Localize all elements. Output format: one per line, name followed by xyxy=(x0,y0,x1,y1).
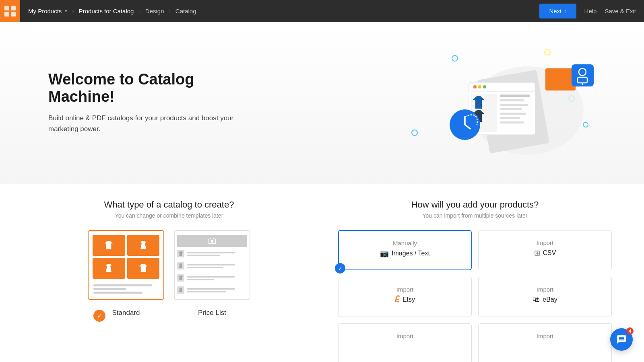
main-content: What type of a catalog to create? You ca… xyxy=(0,183,644,362)
table-icon: ⊞ xyxy=(534,249,540,257)
breadcrumb-chevron-3: › xyxy=(169,8,171,14)
product-card-manually-main: 📷 Images / Text xyxy=(380,249,430,258)
hero-subtitle: Build online & PDF catalogs for your pro… xyxy=(48,113,250,134)
nav-step-design[interactable]: Design xyxy=(145,8,164,14)
pricelist-line-3 xyxy=(187,264,235,265)
product-card-more2-top: Import xyxy=(537,333,554,339)
catalog-card-pricelist[interactable]: Price List xyxy=(174,230,250,317)
hero-illustration xyxy=(402,46,596,159)
pricelist-line-7 xyxy=(187,288,235,290)
pricelist-rowlines-4 xyxy=(187,288,247,292)
product-card-csv[interactable]: Import ⊞ CSV xyxy=(478,230,612,270)
product-card-etsy-main: Ē Etsy xyxy=(395,295,415,304)
product-card-manually-label: Images / Text xyxy=(392,250,430,257)
catalog-pricelist-label: Price List xyxy=(174,309,250,317)
product-card-more1-top: Import xyxy=(396,333,414,339)
pricelist-row-1 xyxy=(177,249,247,259)
pricelist-preview xyxy=(175,231,250,299)
pricelist-line-4 xyxy=(187,267,223,268)
catalog-grid-item-2 xyxy=(127,235,160,256)
catalog-grid-item-3 xyxy=(93,258,125,279)
logo[interactable] xyxy=(0,0,20,22)
catalog-label: Catalog xyxy=(175,8,196,14)
pricelist-line-1 xyxy=(187,252,235,253)
shirt-thumb-3 xyxy=(178,276,183,280)
product-card-manually-check: ✓ xyxy=(335,263,345,274)
catalog-grid-item-4 xyxy=(127,258,160,279)
svg-rect-8 xyxy=(545,68,576,90)
catalog-standard-lines xyxy=(93,283,159,295)
my-products-dropdown-icon[interactable]: ▾ xyxy=(65,8,67,14)
pricelist-row-2 xyxy=(177,261,247,271)
my-products-label: My Products xyxy=(28,8,62,14)
svg-rect-18 xyxy=(500,108,522,110)
product-add-subtitle: You can import from multiple sources lat… xyxy=(338,212,612,219)
svg-point-27 xyxy=(211,240,214,243)
hero-text: Welcome to Catalog Machine! Build online… xyxy=(48,71,250,134)
svg-rect-20 xyxy=(500,117,520,119)
svg-point-0 xyxy=(452,56,458,61)
nav-step-products-catalog[interactable]: Products for Catalog xyxy=(79,8,134,14)
product-card-more2[interactable]: Import xyxy=(478,323,612,362)
chat-button[interactable]: 4 xyxy=(610,328,633,351)
product-add-title: How will you add your products? xyxy=(338,200,612,210)
pricelist-thumb-2 xyxy=(177,262,184,269)
product-add-options: Manually 📷 Images / Text ✓ Import ⊞ CSV … xyxy=(338,230,612,362)
navigation: My Products ▾ › Products for Catalog › D… xyxy=(0,0,644,22)
catalog-type-section: What type of a catalog to create? You ca… xyxy=(32,200,306,362)
pricelist-line-5 xyxy=(187,276,235,278)
product-card-etsy-label: Etsy xyxy=(402,296,415,303)
catalog-grid-item-1 xyxy=(93,235,125,256)
pricelist-line-2 xyxy=(187,255,220,256)
catalog-card-standard-inner xyxy=(88,230,164,300)
product-card-csv-label: CSV xyxy=(543,249,556,257)
next-button[interactable]: Next › xyxy=(539,4,576,19)
product-card-ebay[interactable]: Import 🛍 eBay xyxy=(478,277,612,317)
hero-title: Welcome to Catalog Machine! xyxy=(48,71,250,105)
dress-icon-1 xyxy=(139,241,148,250)
svg-rect-15 xyxy=(500,95,530,97)
chat-badge: 4 xyxy=(626,327,634,335)
breadcrumb-chevron-1: › xyxy=(72,8,74,14)
svg-rect-19 xyxy=(500,113,526,115)
catalog-card-standard[interactable]: ✓ Standard xyxy=(88,230,164,317)
nav-step-my-products[interactable]: My Products ▾ xyxy=(28,8,67,14)
svg-point-2 xyxy=(412,130,417,136)
product-card-more1[interactable]: Import xyxy=(338,323,472,362)
catalog-card-pricelist-inner xyxy=(174,230,250,300)
shirt-thumb-1 xyxy=(178,251,183,256)
svg-point-5 xyxy=(545,49,550,55)
chat-icon xyxy=(616,334,627,345)
nav-step-catalog[interactable]: Catalog xyxy=(175,8,196,14)
product-card-csv-main: ⊞ CSV xyxy=(534,249,556,257)
pricelist-thumb-4 xyxy=(177,286,184,294)
design-label: Design xyxy=(145,8,164,14)
catalog-type-subtitle: You can change or combine templates late… xyxy=(32,212,306,219)
catalog-standard-grid xyxy=(93,235,159,279)
pricelist-line-6 xyxy=(187,279,214,280)
pricelist-line-8 xyxy=(187,291,226,292)
camera-icon: 📷 xyxy=(380,249,389,258)
dress-thumb-4 xyxy=(178,288,183,292)
product-card-manually-top: Manually xyxy=(393,240,417,247)
pricelist-row-4 xyxy=(177,285,247,295)
product-card-etsy[interactable]: Import Ē Etsy xyxy=(338,277,472,317)
line-2 xyxy=(93,288,126,290)
products-catalog-label: Products for Catalog xyxy=(79,8,134,14)
line-3 xyxy=(93,292,142,294)
breadcrumb-chevron-2: › xyxy=(138,8,140,14)
svg-point-11 xyxy=(473,85,477,88)
svg-point-4 xyxy=(583,122,588,127)
product-card-csv-top: Import xyxy=(537,239,554,246)
shirt-icon-1 xyxy=(104,241,113,250)
product-card-ebay-label: eBay xyxy=(543,296,557,303)
product-card-manually[interactable]: Manually 📷 Images / Text ✓ xyxy=(338,230,472,270)
catalog-type-options: ✓ Standard xyxy=(32,230,306,317)
product-add-section: How will you add your products? You can … xyxy=(338,200,612,362)
hero-section: Welcome to Catalog Machine! Build online… xyxy=(0,22,644,183)
help-link[interactable]: Help xyxy=(584,8,597,14)
pricelist-thumb-3 xyxy=(177,274,184,282)
pricelist-rowlines-1 xyxy=(187,252,247,256)
catalog-standard-preview xyxy=(89,231,163,299)
save-exit-link[interactable]: Save & Exit xyxy=(605,8,636,14)
